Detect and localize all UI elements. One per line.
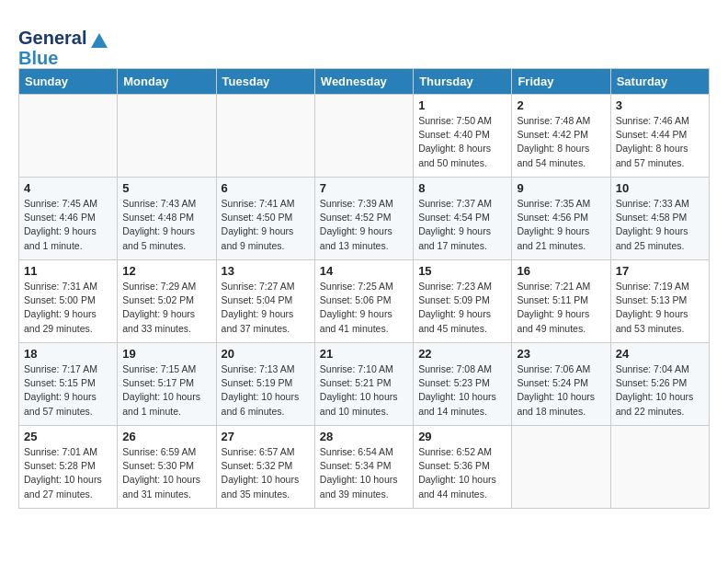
day-number: 21: [320, 347, 408, 361]
day-number: 23: [517, 347, 605, 361]
calendar-cell: 1Sunrise: 7:50 AM Sunset: 4:40 PM Daylig…: [414, 95, 512, 178]
logo-icon: [89, 31, 109, 55]
day-info: Sunrise: 7:19 AM Sunset: 5:13 PM Dayligh…: [616, 280, 704, 336]
calendar-cell: 7Sunrise: 7:39 AM Sunset: 4:52 PM Daylig…: [314, 178, 413, 260]
day-info: Sunrise: 7:45 AM Sunset: 4:46 PM Dayligh…: [24, 197, 112, 253]
day-number: 3: [616, 98, 704, 112]
calendar-cell: 14Sunrise: 7:25 AM Sunset: 5:06 PM Dayli…: [314, 260, 413, 343]
calendar-cell: 19Sunrise: 7:15 AM Sunset: 5:17 PM Dayli…: [118, 343, 216, 426]
header-monday: Monday: [118, 69, 216, 95]
calendar-cell: [118, 95, 216, 178]
day-number: 8: [418, 181, 506, 195]
calendar-header-row: SundayMondayTuesdayWednesdayThursdayFrid…: [19, 69, 710, 95]
day-number: 7: [320, 181, 408, 195]
calendar-week-row: 4Sunrise: 7:45 AM Sunset: 4:46 PM Daylig…: [19, 178, 710, 260]
day-number: 25: [24, 430, 112, 443]
day-number: 22: [418, 347, 506, 361]
calendar-cell: 6Sunrise: 7:41 AM Sunset: 4:50 PM Daylig…: [216, 178, 314, 260]
calendar-week-row: 11Sunrise: 7:31 AM Sunset: 5:00 PM Dayli…: [19, 260, 710, 343]
page-header: General Blue: [18, 24, 710, 68]
calendar-cell: 25Sunrise: 7:01 AM Sunset: 5:28 PM Dayli…: [19, 426, 118, 509]
day-number: 20: [222, 347, 310, 361]
calendar-cell: [216, 95, 314, 178]
calendar-cell: [19, 95, 118, 178]
day-info: Sunrise: 7:21 AM Sunset: 5:11 PM Dayligh…: [517, 280, 605, 336]
day-number: 12: [122, 264, 210, 278]
day-info: Sunrise: 7:41 AM Sunset: 4:50 PM Dayligh…: [222, 197, 310, 253]
day-info: Sunrise: 7:06 AM Sunset: 5:24 PM Dayligh…: [517, 362, 605, 419]
calendar-cell: 4Sunrise: 7:45 AM Sunset: 4:46 PM Daylig…: [19, 178, 118, 260]
day-info: Sunrise: 7:15 AM Sunset: 5:17 PM Dayligh…: [122, 362, 210, 419]
day-info: Sunrise: 7:04 AM Sunset: 5:26 PM Dayligh…: [616, 362, 704, 419]
calendar-cell: 12Sunrise: 7:29 AM Sunset: 5:02 PM Dayli…: [118, 260, 216, 343]
day-info: Sunrise: 7:17 AM Sunset: 5:15 PM Dayligh…: [24, 362, 112, 419]
header-tuesday: Tuesday: [216, 69, 314, 95]
calendar-cell: 16Sunrise: 7:21 AM Sunset: 5:11 PM Dayli…: [512, 260, 610, 343]
day-info: Sunrise: 6:54 AM Sunset: 5:34 PM Dayligh…: [320, 445, 408, 501]
day-info: Sunrise: 7:48 AM Sunset: 4:42 PM Dayligh…: [517, 114, 605, 170]
day-number: 26: [122, 430, 210, 443]
calendar-cell: [314, 95, 413, 178]
day-number: 11: [24, 264, 112, 278]
calendar-cell: 23Sunrise: 7:06 AM Sunset: 5:24 PM Dayli…: [512, 343, 610, 426]
day-number: 15: [418, 264, 506, 278]
calendar-cell: 2Sunrise: 7:48 AM Sunset: 4:42 PM Daylig…: [512, 95, 610, 178]
day-info: Sunrise: 7:39 AM Sunset: 4:52 PM Dayligh…: [320, 197, 408, 253]
header-saturday: Saturday: [610, 69, 709, 95]
day-info: Sunrise: 7:27 AM Sunset: 5:04 PM Dayligh…: [222, 280, 310, 336]
calendar-week-row: 18Sunrise: 7:17 AM Sunset: 5:15 PM Dayli…: [19, 343, 710, 426]
calendar-cell: 24Sunrise: 7:04 AM Sunset: 5:26 PM Dayli…: [610, 343, 709, 426]
day-info: Sunrise: 7:10 AM Sunset: 5:21 PM Dayligh…: [320, 362, 408, 419]
day-number: 16: [517, 264, 605, 278]
calendar-cell: 22Sunrise: 7:08 AM Sunset: 5:23 PM Dayli…: [414, 343, 512, 426]
day-info: Sunrise: 7:08 AM Sunset: 5:23 PM Dayligh…: [418, 362, 506, 419]
calendar-table: SundayMondayTuesdayWednesdayThursdayFrid…: [18, 68, 710, 509]
header-sunday: Sunday: [19, 69, 118, 95]
calendar-cell: 29Sunrise: 6:52 AM Sunset: 5:36 PM Dayli…: [414, 426, 512, 509]
day-number: 5: [122, 181, 210, 195]
day-info: Sunrise: 7:13 AM Sunset: 5:19 PM Dayligh…: [222, 362, 310, 419]
day-info: Sunrise: 7:29 AM Sunset: 5:02 PM Dayligh…: [122, 280, 210, 336]
day-number: 9: [517, 181, 605, 195]
header-wednesday: Wednesday: [314, 69, 413, 95]
day-number: 14: [320, 264, 408, 278]
day-number: 13: [222, 264, 310, 278]
day-info: Sunrise: 6:52 AM Sunset: 5:36 PM Dayligh…: [418, 445, 506, 501]
calendar-week-row: 25Sunrise: 7:01 AM Sunset: 5:28 PM Dayli…: [19, 426, 710, 509]
day-info: Sunrise: 7:35 AM Sunset: 4:56 PM Dayligh…: [517, 197, 605, 253]
logo-line1: General: [18, 28, 86, 48]
day-info: Sunrise: 7:25 AM Sunset: 5:06 PM Dayligh…: [320, 280, 408, 336]
calendar-cell: 21Sunrise: 7:10 AM Sunset: 5:21 PM Dayli…: [314, 343, 413, 426]
calendar-cell: [610, 426, 709, 509]
day-number: 4: [24, 181, 112, 195]
day-number: 1: [418, 98, 506, 112]
calendar-cell: 27Sunrise: 6:57 AM Sunset: 5:32 PM Dayli…: [216, 426, 314, 509]
day-number: 29: [418, 430, 506, 443]
day-info: Sunrise: 7:43 AM Sunset: 4:48 PM Dayligh…: [122, 197, 210, 253]
day-number: 24: [616, 347, 704, 361]
calendar-cell: 3Sunrise: 7:46 AM Sunset: 4:44 PM Daylig…: [610, 95, 709, 178]
day-number: 27: [222, 430, 310, 443]
calendar-cell: 15Sunrise: 7:23 AM Sunset: 5:09 PM Dayli…: [414, 260, 512, 343]
day-info: Sunrise: 7:01 AM Sunset: 5:28 PM Dayligh…: [24, 445, 112, 501]
day-info: Sunrise: 7:50 AM Sunset: 4:40 PM Dayligh…: [418, 114, 506, 170]
day-info: Sunrise: 7:33 AM Sunset: 4:58 PM Dayligh…: [616, 197, 704, 253]
day-number: 18: [24, 347, 112, 361]
header-friday: Friday: [512, 69, 610, 95]
calendar-cell: 26Sunrise: 6:59 AM Sunset: 5:30 PM Dayli…: [118, 426, 216, 509]
calendar-week-row: 1Sunrise: 7:50 AM Sunset: 4:40 PM Daylig…: [19, 95, 710, 178]
calendar-cell: 10Sunrise: 7:33 AM Sunset: 4:58 PM Dayli…: [610, 178, 709, 260]
day-number: 10: [616, 181, 704, 195]
calendar-cell: 5Sunrise: 7:43 AM Sunset: 4:48 PM Daylig…: [118, 178, 216, 260]
day-number: 6: [222, 181, 310, 195]
calendar-cell: 17Sunrise: 7:19 AM Sunset: 5:13 PM Dayli…: [610, 260, 709, 343]
calendar-cell: 11Sunrise: 7:31 AM Sunset: 5:00 PM Dayli…: [19, 260, 118, 343]
day-info: Sunrise: 6:59 AM Sunset: 5:30 PM Dayligh…: [122, 445, 210, 501]
calendar-cell: 8Sunrise: 7:37 AM Sunset: 4:54 PM Daylig…: [414, 178, 512, 260]
day-info: Sunrise: 7:23 AM Sunset: 5:09 PM Dayligh…: [418, 280, 506, 336]
logo-line2: Blue: [18, 48, 86, 68]
day-number: 19: [122, 347, 210, 361]
calendar-cell: 20Sunrise: 7:13 AM Sunset: 5:19 PM Dayli…: [216, 343, 314, 426]
calendar-cell: 9Sunrise: 7:35 AM Sunset: 4:56 PM Daylig…: [512, 178, 610, 260]
calendar-cell: 28Sunrise: 6:54 AM Sunset: 5:34 PM Dayli…: [314, 426, 413, 509]
